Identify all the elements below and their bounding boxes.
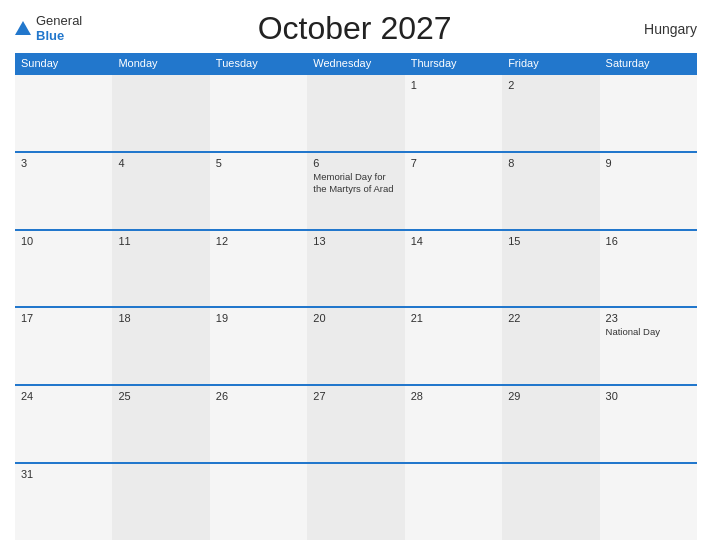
week-row-1: 12 [15,73,697,151]
calendar-cell: 5 [210,153,307,229]
calendar-cell: 4 [112,153,209,229]
week-row-5: 24252627282930 [15,384,697,462]
calendar-cell: 7 [405,153,502,229]
calendar-cell: 31 [15,464,112,540]
calendar-cell: 9 [600,153,697,229]
calendar-cell [112,75,209,151]
calendar-cell: 2 [502,75,599,151]
cell-date: 28 [411,390,496,402]
cell-date: 3 [21,157,106,169]
calendar-cell [210,75,307,151]
cell-date: 26 [216,390,301,402]
calendar-cell: 10 [15,231,112,307]
cell-date: 2 [508,79,593,91]
cell-date: 17 [21,312,106,324]
cell-date: 30 [606,390,691,402]
cell-date: 4 [118,157,203,169]
logo-triangle-icon [15,21,31,35]
days-header-row: SundayMondayTuesdayWednesdayThursdayFrid… [15,53,697,73]
country-label: Hungary [627,21,697,37]
week-row-6: 31 [15,462,697,540]
calendar-cell: 3 [15,153,112,229]
calendar-cell [600,75,697,151]
cell-date: 15 [508,235,593,247]
calendar-cell: 25 [112,386,209,462]
logo-blue: Blue [36,29,82,43]
calendar-cell: 18 [112,308,209,384]
calendar-cell: 19 [210,308,307,384]
calendar-cell [307,464,404,540]
calendar-cell: 22 [502,308,599,384]
cell-date: 25 [118,390,203,402]
cell-date: 22 [508,312,593,324]
calendar-cell: 15 [502,231,599,307]
cell-date: 6 [313,157,398,169]
cell-date: 29 [508,390,593,402]
calendar-cell [210,464,307,540]
cell-date: 16 [606,235,691,247]
cell-date: 19 [216,312,301,324]
calendar-cell: 14 [405,231,502,307]
week-row-2: 3456Memorial Day for the Martyrs of Arad… [15,151,697,229]
calendar-cell: 6Memorial Day for the Martyrs of Arad [307,153,404,229]
calendar-weeks: 123456Memorial Day for the Martyrs of Ar… [15,73,697,540]
cell-date: 8 [508,157,593,169]
cell-date: 12 [216,235,301,247]
day-header-friday: Friday [502,53,599,73]
day-header-sunday: Sunday [15,53,112,73]
cell-date: 13 [313,235,398,247]
calendar-cell: 23National Day [600,308,697,384]
calendar-cell [600,464,697,540]
calendar-cell: 1 [405,75,502,151]
calendar-cell: 16 [600,231,697,307]
calendar-grid: SundayMondayTuesdayWednesdayThursdayFrid… [15,53,697,540]
calendar-cell: 12 [210,231,307,307]
cell-date: 14 [411,235,496,247]
calendar-cell: 27 [307,386,404,462]
cell-date: 31 [21,468,106,480]
calendar-cell: 21 [405,308,502,384]
calendar-cell: 26 [210,386,307,462]
calendar-cell: 17 [15,308,112,384]
cell-event: Memorial Day for the Martyrs of Arad [313,171,398,196]
calendar-cell: 11 [112,231,209,307]
cell-date: 5 [216,157,301,169]
logo-general: General [36,14,82,28]
cell-date: 24 [21,390,106,402]
calendar-cell: 29 [502,386,599,462]
day-header-tuesday: Tuesday [210,53,307,73]
cell-date: 18 [118,312,203,324]
calendar-header: General Blue October 2027 Hungary [15,10,697,47]
day-header-saturday: Saturday [600,53,697,73]
calendar-title: October 2027 [82,10,627,47]
week-row-3: 10111213141516 [15,229,697,307]
calendar-cell: 8 [502,153,599,229]
calendar: General Blue October 2027 Hungary Sunday… [0,0,712,550]
day-header-thursday: Thursday [405,53,502,73]
cell-date: 9 [606,157,691,169]
day-header-monday: Monday [112,53,209,73]
calendar-cell: 24 [15,386,112,462]
logo-text-container: General Blue [36,14,82,43]
week-row-4: 17181920212223National Day [15,306,697,384]
cell-date: 10 [21,235,106,247]
cell-date: 20 [313,312,398,324]
calendar-cell [502,464,599,540]
cell-date: 23 [606,312,691,324]
calendar-cell: 28 [405,386,502,462]
calendar-cell: 30 [600,386,697,462]
calendar-cell: 13 [307,231,404,307]
cell-date: 1 [411,79,496,91]
day-header-wednesday: Wednesday [307,53,404,73]
cell-date: 11 [118,235,203,247]
calendar-cell [15,75,112,151]
cell-date: 21 [411,312,496,324]
calendar-cell [307,75,404,151]
logo: General Blue [15,14,82,43]
calendar-cell [112,464,209,540]
cell-date: 27 [313,390,398,402]
calendar-cell: 20 [307,308,404,384]
calendar-cell [405,464,502,540]
cell-event: National Day [606,326,691,338]
cell-date: 7 [411,157,496,169]
